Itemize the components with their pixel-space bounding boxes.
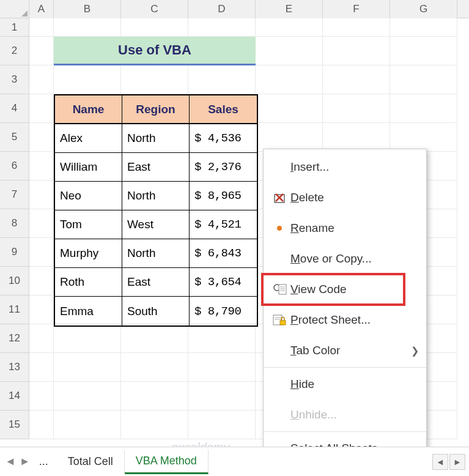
table-cell[interactable]: $ 4,521	[190, 210, 257, 239]
column-header-F[interactable]: F	[323, 0, 390, 18]
cell[interactable]	[390, 94, 457, 123]
table-cell[interactable]: Murphy	[55, 239, 122, 268]
cell[interactable]	[54, 65, 121, 94]
table-cell[interactable]: $ 4,536	[190, 124, 257, 153]
cell[interactable]	[29, 382, 54, 411]
cell[interactable]	[188, 65, 256, 94]
table-cell[interactable]: Emma	[55, 297, 122, 325]
cell[interactable]	[256, 18, 323, 37]
cell[interactable]	[29, 411, 54, 439]
cell[interactable]	[188, 18, 256, 37]
select-all-corner[interactable]	[0, 0, 29, 18]
table-cell[interactable]: North	[122, 239, 190, 268]
cell[interactable]	[29, 267, 54, 296]
table-cell[interactable]: Neo	[55, 182, 122, 210]
row-header-12[interactable]: 12	[0, 324, 29, 353]
cell[interactable]	[29, 238, 54, 267]
menu-rename[interactable]: Rename	[264, 213, 426, 244]
column-header-B[interactable]: B	[54, 0, 121, 18]
menu-tab-color[interactable]: Tab Color ❯	[264, 335, 426, 366]
cell[interactable]	[54, 18, 121, 37]
cell[interactable]	[29, 324, 54, 353]
table-cell[interactable]: South	[122, 297, 190, 325]
column-header-E[interactable]: E	[256, 0, 323, 18]
row-header-10[interactable]: 10	[0, 267, 29, 296]
scroll-right-button[interactable]: ►	[449, 454, 465, 470]
tab-nav-prev-icon[interactable]: ◄	[5, 455, 16, 468]
tab-overflow[interactable]: ...	[39, 455, 48, 468]
cell[interactable]	[390, 37, 457, 65]
row-header-2[interactable]: 2	[0, 37, 29, 65]
cell[interactable]	[29, 18, 54, 37]
cell[interactable]	[54, 324, 121, 353]
table-cell[interactable]: $ 8,965	[190, 182, 257, 210]
table-cell[interactable]: $ 6,843	[190, 239, 257, 268]
menu-delete[interactable]: Delete	[264, 182, 426, 213]
cell[interactable]	[121, 18, 188, 37]
menu-protect-sheet[interactable]: Protect Sheet...	[264, 305, 426, 335]
cell[interactable]	[256, 37, 323, 65]
row-header-15[interactable]: 15	[0, 411, 29, 439]
menu-hide[interactable]: Hide	[264, 369, 426, 400]
row-header-3[interactable]: 3	[0, 65, 29, 94]
sheet-tab-total-cell[interactable]: Total Cell	[57, 450, 125, 473]
cell[interactable]	[121, 353, 188, 382]
cell[interactable]	[188, 411, 256, 439]
cell[interactable]	[121, 65, 188, 94]
cell[interactable]	[29, 94, 54, 123]
cell[interactable]	[29, 152, 54, 180]
table-cell[interactable]: William	[55, 153, 122, 182]
table-cell[interactable]: Alex	[55, 124, 122, 153]
cell[interactable]	[54, 411, 121, 439]
cell[interactable]	[29, 65, 54, 94]
menu-move-copy[interactable]: Move or Copy...	[264, 244, 426, 274]
cell[interactable]	[188, 324, 256, 353]
row-header-5[interactable]: 5	[0, 123, 29, 152]
table-cell[interactable]: $ 3,654	[190, 268, 257, 297]
table-cell[interactable]: Roth	[55, 268, 122, 297]
cell[interactable]	[390, 65, 457, 94]
cell[interactable]	[323, 37, 390, 65]
cell[interactable]	[188, 382, 256, 411]
row-header-4[interactable]: 4	[0, 94, 29, 123]
table-header-name[interactable]: Name	[55, 95, 122, 124]
cell[interactable]	[323, 18, 390, 37]
tab-nav-next-icon[interactable]: ►	[20, 455, 31, 468]
table-cell[interactable]: $ 2,376	[190, 153, 257, 182]
cell[interactable]	[256, 94, 323, 123]
cell[interactable]	[390, 18, 457, 37]
cell[interactable]	[121, 411, 188, 439]
cell[interactable]	[188, 353, 256, 382]
row-header-14[interactable]: 14	[0, 382, 29, 411]
cell[interactable]	[29, 37, 54, 65]
table-cell[interactable]: East	[122, 268, 190, 297]
cell[interactable]	[29, 123, 54, 152]
cell[interactable]	[54, 382, 121, 411]
merged-title-cell[interactable]: Use of VBA	[54, 37, 256, 65]
cell[interactable]	[54, 353, 121, 382]
cell[interactable]	[121, 324, 188, 353]
cell[interactable]	[29, 180, 54, 209]
row-header-1[interactable]: 1	[0, 18, 29, 37]
table-cell[interactable]: East	[122, 153, 190, 182]
table-cell[interactable]: North	[122, 182, 190, 210]
cell[interactable]	[256, 123, 323, 152]
cell[interactable]	[323, 123, 390, 152]
row-header-11[interactable]: 11	[0, 296, 29, 324]
menu-insert[interactable]: Insert...	[264, 152, 426, 182]
menu-view-code[interactable]: View Code	[264, 274, 426, 305]
cell[interactable]	[323, 94, 390, 123]
cell[interactable]	[29, 209, 54, 238]
column-header-G[interactable]: G	[390, 0, 457, 18]
scroll-left-button[interactable]: ◄	[432, 454, 448, 470]
cell[interactable]	[29, 296, 54, 324]
table-cell[interactable]: Tom	[55, 210, 122, 239]
cell[interactable]	[390, 123, 457, 152]
table-cell[interactable]: North	[122, 124, 190, 153]
table-cell[interactable]: West	[122, 210, 190, 239]
row-header-13[interactable]: 13	[0, 353, 29, 382]
cell[interactable]	[256, 65, 323, 94]
column-header-A[interactable]: A	[29, 0, 54, 18]
row-header-9[interactable]: 9	[0, 238, 29, 267]
row-header-8[interactable]: 8	[0, 209, 29, 238]
